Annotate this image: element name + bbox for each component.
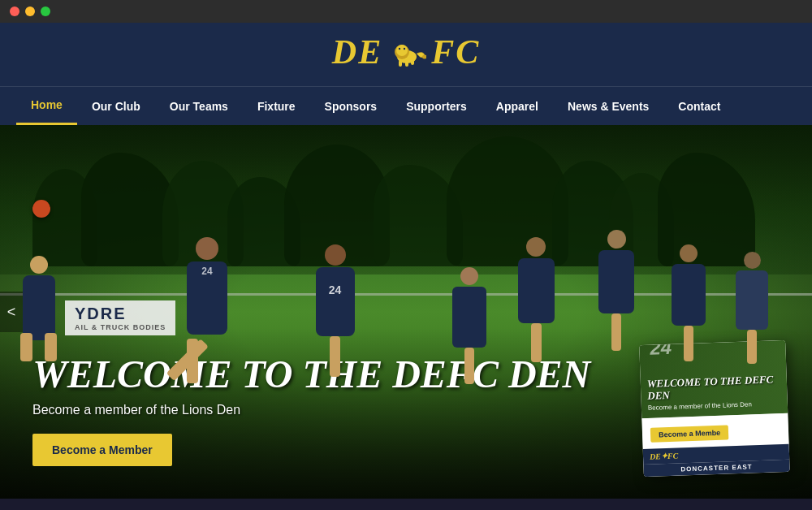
card-preview-button[interactable]: Become a Membe [650,425,729,442]
nav-link-our-club[interactable]: Our Club [77,89,155,124]
nav-item-home[interactable]: Home [16,87,77,125]
nav-link-fixture[interactable]: Fixture [243,89,310,124]
become-member-button[interactable]: Become a Member [32,434,172,466]
chevron-left-icon: < [7,304,16,321]
nav-link-apparel[interactable]: Apparel [482,89,553,124]
player-bg-1 [447,267,491,389]
card-logo-text: DE✦FC [650,452,679,461]
sponsor-sub-text: AIL & TRUCK BODIES [75,323,166,331]
player-1 [16,256,61,361]
window-chrome [0,0,812,23]
nav-link-home[interactable]: Home [16,87,77,125]
nav-link-our-teams[interactable]: Our Teams [155,89,243,124]
card-preview-title: WELCOME TO THE DEFC DEN [647,373,781,403]
nav-item-news-events[interactable]: News & Events [553,89,663,124]
site-header: DE FC [0,23,812,86]
nav-item-our-teams[interactable]: Our Teams [155,89,243,124]
nav-item-contact[interactable]: Contact [663,89,735,124]
svg-rect-7 [405,60,408,67]
nav-link-sponsors[interactable]: Sponsors [310,89,392,124]
hero-section: YDRE AIL & TRUCK BODIES 24 [0,125,812,499]
close-button[interactable] [10,6,19,16]
nav-link-contact[interactable]: Contact [663,89,735,124]
logo-area: DE FC [0,32,812,71]
main-nav: Home Our Club Our Teams Fixture Sponsors… [0,86,812,125]
player-bg-5 [731,252,773,370]
football [32,200,50,218]
player-center-1: 24 [309,244,361,382]
player-bg-3 [593,230,640,356]
svg-rect-8 [411,58,414,65]
player-bg-4 [666,244,710,366]
card-preview-body: Become a Membe [641,413,788,449]
svg-point-3 [399,48,400,50]
minimize-button[interactable] [25,6,35,16]
nav-link-news-events[interactable]: News & Events [553,89,663,124]
sponsor-sign: YDRE AIL & TRUCK BODIES [65,300,175,335]
nav-item-fixture[interactable]: Fixture [243,89,310,124]
nav-item-supporters[interactable]: Supporters [391,89,482,124]
svg-point-4 [404,48,405,50]
player-bg-2 [512,237,560,367]
logo-text-right: FC [431,32,480,71]
player-kicker: 24 [179,237,235,383]
svg-rect-6 [399,60,402,67]
nav-item-apparel[interactable]: Apparel [482,89,553,124]
sponsor-main-text: YDRE [75,305,127,322]
hero-nav-prev[interactable]: < [0,292,23,332]
nav-item-our-club[interactable]: Our Club [77,89,155,124]
nav-item-sponsors[interactable]: Sponsors [310,89,392,124]
maximize-button[interactable] [41,6,50,16]
nav-link-supporters[interactable]: Supporters [391,89,482,124]
svg-point-2 [396,45,408,56]
logo-text-left: DE [332,32,382,71]
lion-icon [387,36,426,68]
